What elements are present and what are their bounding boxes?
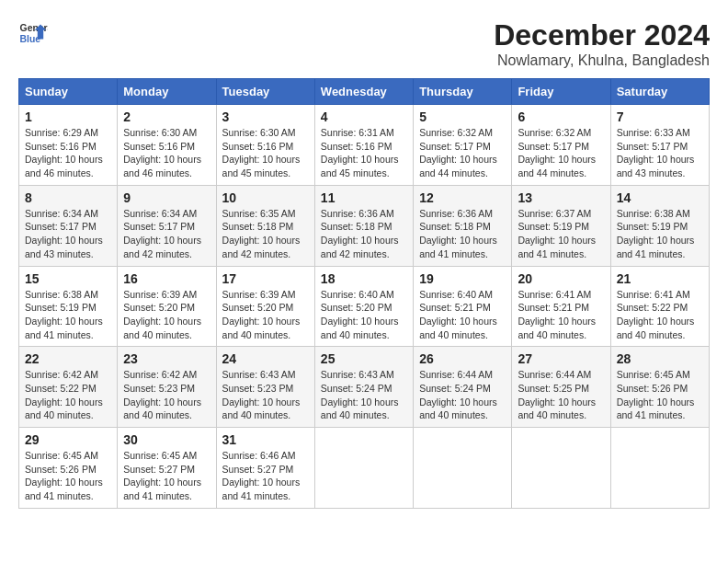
day-number: 1 xyxy=(25,109,111,124)
day-number: 30 xyxy=(123,432,210,447)
day-number: 29 xyxy=(25,432,111,447)
calendar-cell-1: 1Sunrise: 6:29 AMSunset: 5:16 PMDaylight… xyxy=(19,105,118,186)
day-detail: Sunrise: 6:37 AMSunset: 5:19 PMDaylight:… xyxy=(518,207,604,261)
day-number: 26 xyxy=(419,351,506,366)
day-detail: Sunrise: 6:41 AMSunset: 5:22 PMDaylight:… xyxy=(617,288,703,342)
day-detail: Sunrise: 6:45 AMSunset: 5:26 PMDaylight:… xyxy=(25,449,111,503)
calendar-cell-8: 8Sunrise: 6:34 AMSunset: 5:17 PMDaylight… xyxy=(19,185,118,266)
calendar-cell-4: 4Sunrise: 6:31 AMSunset: 5:16 PMDaylight… xyxy=(314,105,413,186)
location-title: Nowlamary, Khulna, Bangladesh xyxy=(494,52,710,69)
calendar-table: SundayMondayTuesdayWednesdayThursdayFrid… xyxy=(18,78,710,509)
week-row-2: 8Sunrise: 6:34 AMSunset: 5:17 PMDaylight… xyxy=(19,185,710,266)
calendar-cell-19: 19Sunrise: 6:40 AMSunset: 5:21 PMDayligh… xyxy=(414,266,512,347)
day-detail: Sunrise: 6:32 AMSunset: 5:17 PMDaylight:… xyxy=(518,126,604,180)
page-header: General Blue December 2024 Nowlamary, Kh… xyxy=(18,18,710,69)
day-number: 16 xyxy=(123,271,210,286)
empty-cell xyxy=(512,428,610,509)
day-detail: Sunrise: 6:42 AMSunset: 5:23 PMDaylight:… xyxy=(123,368,210,422)
calendar-cell-24: 24Sunrise: 6:43 AMSunset: 5:23 PMDayligh… xyxy=(216,347,314,428)
day-number: 17 xyxy=(222,271,309,286)
calendar-cell-22: 22Sunrise: 6:42 AMSunset: 5:22 PMDayligh… xyxy=(19,347,118,428)
column-header-tuesday: Tuesday xyxy=(216,79,314,105)
day-number: 19 xyxy=(419,271,506,286)
day-number: 11 xyxy=(321,190,407,205)
day-number: 18 xyxy=(321,271,407,286)
logo: General Blue xyxy=(18,18,48,48)
calendar-cell-31: 31Sunrise: 6:46 AMSunset: 5:27 PMDayligh… xyxy=(216,428,314,509)
calendar-cell-6: 6Sunrise: 6:32 AMSunset: 5:17 PMDaylight… xyxy=(512,105,610,186)
calendar-cell-30: 30Sunrise: 6:45 AMSunset: 5:27 PMDayligh… xyxy=(118,428,216,509)
calendar-cell-26: 26Sunrise: 6:44 AMSunset: 5:24 PMDayligh… xyxy=(414,347,512,428)
day-detail: Sunrise: 6:40 AMSunset: 5:20 PMDaylight:… xyxy=(321,288,407,342)
day-detail: Sunrise: 6:45 AMSunset: 5:26 PMDaylight:… xyxy=(617,368,703,422)
day-detail: Sunrise: 6:40 AMSunset: 5:21 PMDaylight:… xyxy=(419,288,506,342)
day-number: 28 xyxy=(617,351,703,366)
calendar-cell-3: 3Sunrise: 6:30 AMSunset: 5:16 PMDaylight… xyxy=(216,105,314,186)
day-number: 21 xyxy=(617,271,703,286)
calendar-cell-23: 23Sunrise: 6:42 AMSunset: 5:23 PMDayligh… xyxy=(118,347,216,428)
day-number: 20 xyxy=(518,271,604,286)
column-header-wednesday: Wednesday xyxy=(314,79,413,105)
month-title: December 2024 xyxy=(494,18,710,52)
calendar-cell-2: 2Sunrise: 6:30 AMSunset: 5:16 PMDaylight… xyxy=(118,105,216,186)
day-number: 15 xyxy=(25,271,111,286)
column-header-sunday: Sunday xyxy=(19,79,118,105)
day-number: 12 xyxy=(419,190,506,205)
day-number: 27 xyxy=(518,351,604,366)
day-number: 5 xyxy=(419,109,506,124)
calendar-cell-20: 20Sunrise: 6:41 AMSunset: 5:21 PMDayligh… xyxy=(512,266,610,347)
week-row-1: 1Sunrise: 6:29 AMSunset: 5:16 PMDaylight… xyxy=(19,105,710,186)
day-number: 9 xyxy=(123,190,210,205)
calendar-cell-16: 16Sunrise: 6:39 AMSunset: 5:20 PMDayligh… xyxy=(118,266,216,347)
week-row-4: 22Sunrise: 6:42 AMSunset: 5:22 PMDayligh… xyxy=(19,347,710,428)
column-header-friday: Friday xyxy=(512,79,610,105)
calendar-cell-15: 15Sunrise: 6:38 AMSunset: 5:19 PMDayligh… xyxy=(19,266,118,347)
calendar-cell-13: 13Sunrise: 6:37 AMSunset: 5:19 PMDayligh… xyxy=(512,185,610,266)
day-number: 10 xyxy=(222,190,309,205)
day-detail: Sunrise: 6:36 AMSunset: 5:18 PMDaylight:… xyxy=(419,207,506,261)
day-detail: Sunrise: 6:33 AMSunset: 5:17 PMDaylight:… xyxy=(617,126,703,180)
calendar-cell-27: 27Sunrise: 6:44 AMSunset: 5:25 PMDayligh… xyxy=(512,347,610,428)
day-number: 7 xyxy=(617,109,703,124)
calendar-cell-21: 21Sunrise: 6:41 AMSunset: 5:22 PMDayligh… xyxy=(610,266,709,347)
day-detail: Sunrise: 6:39 AMSunset: 5:20 PMDaylight:… xyxy=(222,288,309,342)
day-detail: Sunrise: 6:36 AMSunset: 5:18 PMDaylight:… xyxy=(321,207,407,261)
column-header-saturday: Saturday xyxy=(610,79,709,105)
day-detail: Sunrise: 6:30 AMSunset: 5:16 PMDaylight:… xyxy=(222,126,309,180)
day-number: 22 xyxy=(25,351,111,366)
day-number: 6 xyxy=(518,109,604,124)
day-detail: Sunrise: 6:38 AMSunset: 5:19 PMDaylight:… xyxy=(617,207,703,261)
day-number: 23 xyxy=(123,351,210,366)
logo-icon: General Blue xyxy=(18,18,48,48)
empty-cell xyxy=(314,428,413,509)
day-number: 4 xyxy=(321,109,407,124)
calendar-cell-11: 11Sunrise: 6:36 AMSunset: 5:18 PMDayligh… xyxy=(314,185,413,266)
week-row-3: 15Sunrise: 6:38 AMSunset: 5:19 PMDayligh… xyxy=(19,266,710,347)
day-detail: Sunrise: 6:29 AMSunset: 5:16 PMDaylight:… xyxy=(25,126,111,180)
day-number: 13 xyxy=(518,190,604,205)
column-header-monday: Monday xyxy=(118,79,216,105)
day-detail: Sunrise: 6:39 AMSunset: 5:20 PMDaylight:… xyxy=(123,288,210,342)
calendar-cell-17: 17Sunrise: 6:39 AMSunset: 5:20 PMDayligh… xyxy=(216,266,314,347)
day-detail: Sunrise: 6:38 AMSunset: 5:19 PMDaylight:… xyxy=(25,288,111,342)
calendar-cell-12: 12Sunrise: 6:36 AMSunset: 5:18 PMDayligh… xyxy=(414,185,512,266)
calendar-cell-14: 14Sunrise: 6:38 AMSunset: 5:19 PMDayligh… xyxy=(610,185,709,266)
day-number: 8 xyxy=(25,190,111,205)
calendar-cell-18: 18Sunrise: 6:40 AMSunset: 5:20 PMDayligh… xyxy=(314,266,413,347)
day-detail: Sunrise: 6:45 AMSunset: 5:27 PMDaylight:… xyxy=(123,449,210,503)
day-detail: Sunrise: 6:41 AMSunset: 5:21 PMDaylight:… xyxy=(518,288,604,342)
empty-cell xyxy=(610,428,709,509)
day-detail: Sunrise: 6:32 AMSunset: 5:17 PMDaylight:… xyxy=(419,126,506,180)
calendar-cell-9: 9Sunrise: 6:34 AMSunset: 5:17 PMDaylight… xyxy=(118,185,216,266)
calendar-cell-25: 25Sunrise: 6:43 AMSunset: 5:24 PMDayligh… xyxy=(314,347,413,428)
day-detail: Sunrise: 6:31 AMSunset: 5:16 PMDaylight:… xyxy=(321,126,407,180)
title-area: December 2024 Nowlamary, Khulna, Banglad… xyxy=(494,18,710,69)
calendar-body: 1Sunrise: 6:29 AMSunset: 5:16 PMDaylight… xyxy=(19,105,710,509)
day-number: 2 xyxy=(123,109,210,124)
day-number: 14 xyxy=(617,190,703,205)
week-row-5: 29Sunrise: 6:45 AMSunset: 5:26 PMDayligh… xyxy=(19,428,710,509)
day-detail: Sunrise: 6:35 AMSunset: 5:18 PMDaylight:… xyxy=(222,207,309,261)
day-detail: Sunrise: 6:44 AMSunset: 5:25 PMDaylight:… xyxy=(518,368,604,422)
calendar-cell-10: 10Sunrise: 6:35 AMSunset: 5:18 PMDayligh… xyxy=(216,185,314,266)
day-detail: Sunrise: 6:34 AMSunset: 5:17 PMDaylight:… xyxy=(123,207,210,261)
